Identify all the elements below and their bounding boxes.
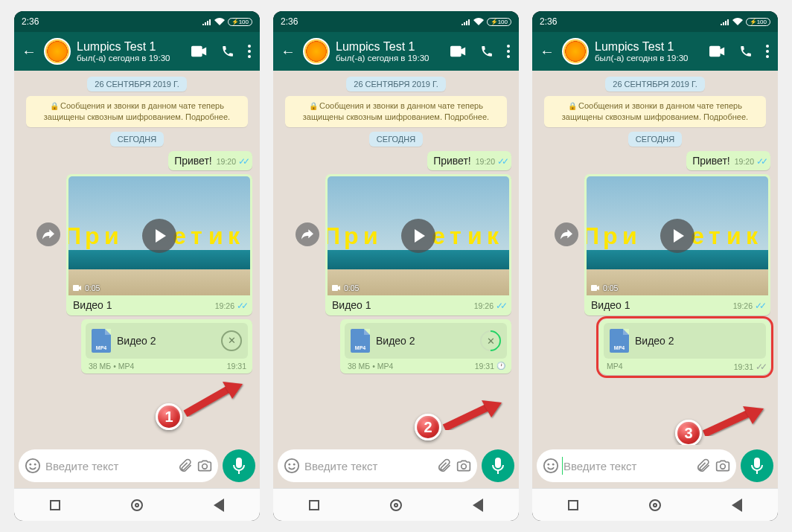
attachment-icon[interactable] bbox=[437, 458, 452, 473]
cancel-upload-button[interactable] bbox=[221, 330, 242, 351]
header-text[interactable]: Lumpics Test 1 был(-а) сегодня в 19:30 bbox=[595, 40, 703, 63]
nav-recent-icon[interactable] bbox=[568, 500, 578, 510]
message-outgoing-text[interactable]: Привет! 19:20✓✓ bbox=[427, 151, 511, 170]
chat-area[interactable]: 26 СЕНТЯБРЯ 2019 Г. 🔒Сообщения и звонки … bbox=[532, 71, 778, 445]
forward-icon[interactable] bbox=[555, 222, 578, 246]
svg-point-18 bbox=[547, 464, 549, 466]
chat-header[interactable]: ← Lumpics Test 1 был(-а) сегодня в 19:30 bbox=[14, 32, 260, 71]
emoji-icon[interactable] bbox=[25, 458, 41, 474]
avatar[interactable] bbox=[44, 38, 71, 65]
signal-icon bbox=[462, 18, 470, 25]
nav-back-icon[interactable] bbox=[732, 499, 742, 512]
play-button-icon[interactable] bbox=[142, 219, 176, 253]
camera-icon[interactable] bbox=[715, 458, 730, 473]
camera-icon[interactable] bbox=[456, 458, 471, 473]
read-ticks-icon: ✓✓ bbox=[497, 156, 506, 167]
nav-recent-icon[interactable] bbox=[309, 500, 319, 510]
date-separator: 26 СЕНТЯБРЯ 2019 Г. bbox=[605, 77, 704, 92]
android-statusbar: 2:36 ⚡100 bbox=[273, 11, 519, 32]
svg-point-3 bbox=[26, 459, 39, 472]
camera-icon[interactable] bbox=[197, 458, 212, 473]
forward-icon[interactable] bbox=[296, 222, 319, 246]
message-text-input[interactable]: Введите текст bbox=[19, 449, 218, 482]
svg-point-11 bbox=[288, 464, 290, 466]
chat-area[interactable]: 26 СЕНТЯБРЯ 2019 Г. 🔒Сообщения и звонки … bbox=[273, 71, 519, 445]
encryption-notice[interactable]: 🔒Сообщения и звонки в данном чате теперь… bbox=[285, 96, 507, 127]
chat-header[interactable]: ← Lumpics Test 1 был(-а) сегодня в 19:30 bbox=[532, 32, 778, 71]
file-name: Видео 2 bbox=[635, 335, 760, 347]
step-badge-2: 2 bbox=[415, 414, 441, 440]
message-outgoing-video[interactable]: При етик 0:05 Видео 1 19:26✓✓ bbox=[66, 174, 252, 315]
file-type-icon: MP4 bbox=[351, 329, 370, 353]
contact-status: был(-а) сегодня в 19:30 bbox=[77, 54, 185, 63]
message-text-input[interactable]: Введите текст bbox=[278, 449, 477, 482]
attachment-icon[interactable] bbox=[696, 458, 711, 473]
header-text[interactable]: Lumpics Test 1 был(-а) сегодня в 19:30 bbox=[336, 40, 444, 63]
svg-point-12 bbox=[293, 464, 296, 466]
nav-back-icon[interactable] bbox=[214, 499, 224, 512]
voice-record-button[interactable] bbox=[482, 449, 514, 482]
video-duration-badge: 0:05 bbox=[332, 283, 359, 292]
phone-call-icon[interactable] bbox=[739, 45, 753, 58]
encryption-notice[interactable]: 🔒Сообщения и звонки в данном чате теперь… bbox=[26, 96, 248, 127]
video-call-icon[interactable] bbox=[709, 45, 726, 57]
message-input-bar: Введите текст bbox=[14, 445, 260, 488]
message-time: 19:26 bbox=[733, 301, 753, 310]
file-meta-text: 38 МБ • MP4 bbox=[348, 362, 475, 371]
message-text-input[interactable]: Введите текст bbox=[537, 449, 736, 482]
more-menu-icon[interactable] bbox=[766, 45, 769, 58]
chat-header[interactable]: ← Lumpics Test 1 был(-а) сегодня в 19:30 bbox=[273, 32, 519, 71]
message-outgoing-file[interactable]: MP4 Видео 2 38 МБ • MP4 19:31 bbox=[81, 319, 252, 374]
nav-home-icon[interactable] bbox=[390, 499, 402, 511]
read-ticks-icon: ✓✓ bbox=[237, 301, 246, 311]
voice-record-button[interactable] bbox=[741, 449, 773, 482]
emoji-icon[interactable] bbox=[543, 458, 559, 474]
nav-back-icon[interactable] bbox=[473, 499, 483, 512]
nav-home-icon[interactable] bbox=[131, 499, 143, 511]
date-separator: 26 СЕНТЯБРЯ 2019 Г. bbox=[87, 77, 186, 92]
video-thumbnail[interactable]: При етик 0:05 bbox=[328, 176, 509, 295]
encryption-notice[interactable]: 🔒Сообщения и звонки в данном чате теперь… bbox=[544, 96, 766, 127]
message-outgoing-file[interactable]: MP4 Видео 2 38 МБ • MP4 19:31🕐 bbox=[340, 319, 511, 374]
back-arrow-icon[interactable]: ← bbox=[538, 43, 556, 60]
wifi-icon bbox=[732, 18, 743, 25]
video-thumbnail[interactable]: При етик 0:05 bbox=[587, 176, 768, 295]
chat-area[interactable]: 26 СЕНТЯБРЯ 2019 Г. 🔒Сообщения и звонки … bbox=[14, 71, 260, 445]
battery-icon: ⚡100 bbox=[746, 18, 770, 26]
voice-record-button[interactable] bbox=[223, 449, 255, 482]
video-call-icon[interactable] bbox=[191, 45, 208, 57]
play-button-icon[interactable] bbox=[401, 219, 435, 253]
more-menu-icon[interactable] bbox=[248, 45, 251, 58]
nav-recent-icon[interactable] bbox=[50, 500, 60, 510]
upload-progress-indicator[interactable] bbox=[476, 326, 505, 356]
attachment-icon[interactable] bbox=[178, 458, 193, 473]
message-outgoing-text[interactable]: Привет! 19:20✓✓ bbox=[686, 151, 770, 170]
phone-call-icon[interactable] bbox=[480, 45, 494, 58]
emoji-icon[interactable] bbox=[284, 458, 300, 474]
avatar[interactable] bbox=[562, 38, 589, 65]
svg-point-13 bbox=[462, 464, 467, 469]
svg-point-5 bbox=[34, 464, 36, 466]
android-statusbar: 2:36 ⚡100 bbox=[14, 11, 260, 32]
back-arrow-icon[interactable]: ← bbox=[279, 43, 297, 60]
message-outgoing-file[interactable]: MP4 Видео 2 MP4 19:31✓✓ bbox=[599, 319, 770, 375]
video-caption: Видео 1 bbox=[591, 299, 729, 311]
svg-point-17 bbox=[544, 459, 558, 472]
input-placeholder: Введите текст bbox=[563, 460, 692, 472]
play-button-icon[interactable] bbox=[660, 219, 694, 253]
android-navbar bbox=[532, 488, 778, 521]
back-arrow-icon[interactable]: ← bbox=[20, 43, 38, 60]
nav-home-icon[interactable] bbox=[649, 499, 661, 511]
header-text[interactable]: Lumpics Test 1 был(-а) сегодня в 19:30 bbox=[77, 40, 185, 63]
message-outgoing-text[interactable]: Привет! 19:20✓✓ bbox=[168, 151, 252, 170]
video-call-icon[interactable] bbox=[450, 45, 467, 57]
avatar[interactable] bbox=[303, 38, 330, 65]
status-time: 2:36 bbox=[22, 16, 202, 27]
video-thumbnail[interactable]: При етик 0:05 bbox=[68, 176, 250, 295]
forward-icon[interactable] bbox=[36, 222, 60, 246]
more-menu-icon[interactable] bbox=[507, 45, 510, 58]
message-outgoing-video[interactable]: При етик 0:05 Видео 1 19:26✓✓ bbox=[584, 174, 770, 315]
text-cursor bbox=[562, 457, 563, 475]
message-outgoing-video[interactable]: При етик 0:05 Видео 1 19:26✓✓ bbox=[325, 174, 511, 315]
phone-call-icon[interactable] bbox=[221, 45, 234, 58]
